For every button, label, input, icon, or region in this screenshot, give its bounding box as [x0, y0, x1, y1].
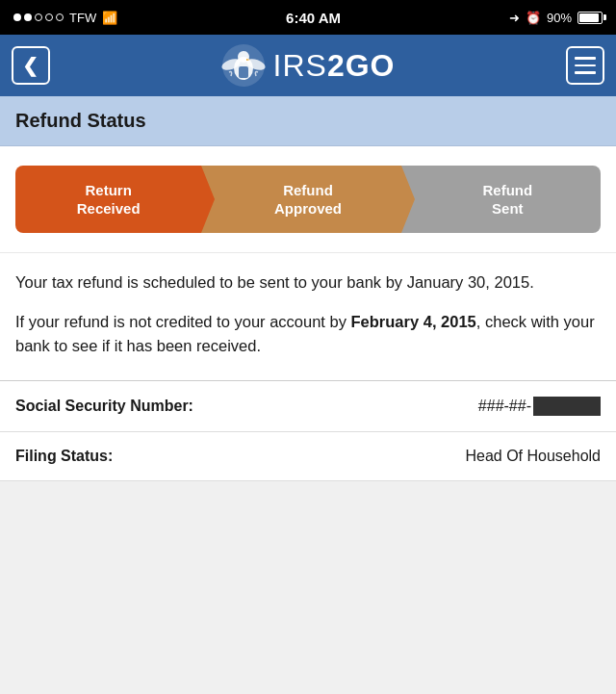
- hamburger-line-1: [575, 57, 596, 60]
- step-return-received-label: ReturnReceived: [77, 181, 141, 218]
- step-return-received: ReturnReceived: [15, 166, 201, 233]
- hamburger-line-2: [575, 64, 596, 67]
- nav-logo-area: IRS2GO: [221, 43, 396, 88]
- signal-dot-1: [13, 13, 21, 21]
- step-refund-approved: RefundApproved: [201, 166, 400, 233]
- filing-status-row: Filing Status: Head Of Household: [0, 432, 616, 481]
- signal-dot-5: [56, 13, 64, 21]
- signal-dots: [13, 13, 64, 21]
- message-1: Your tax refund is scheduled to be sent …: [15, 270, 601, 295]
- message-section: Your tax refund is scheduled to be sent …: [0, 252, 616, 373]
- carrier-label: TFW: [69, 11, 96, 25]
- step-refund-approved-label: RefundApproved: [274, 181, 342, 218]
- time-display: 6:40 AM: [286, 10, 341, 26]
- nav-bar: ❮ IRS2GO: [0, 35, 616, 96]
- filing-status-label: Filing Status:: [15, 448, 113, 465]
- step-refund-sent: RefundSent: [401, 166, 601, 233]
- ssn-partial: ###-##-: [478, 398, 531, 415]
- progress-steps: ReturnReceived RefundApproved RefundSent: [15, 166, 601, 233]
- back-button[interactable]: ❮: [12, 46, 50, 85]
- step-refund-sent-label: RefundSent: [482, 181, 532, 218]
- message-2: If your refund is not credited to your a…: [15, 310, 601, 358]
- menu-button[interactable]: [566, 46, 604, 85]
- nav-title: IRS2GO: [273, 48, 396, 84]
- hamburger-line-3: [575, 71, 596, 74]
- ssn-masked-block: [533, 397, 601, 416]
- irs-emblem-icon: [221, 43, 266, 88]
- battery-percent: 90%: [547, 11, 572, 25]
- filing-status-value: Head Of Household: [465, 448, 601, 465]
- ssn-label: Social Security Number:: [15, 398, 193, 415]
- status-right: ➜ ⏰ 90%: [509, 11, 603, 25]
- location-icon: ➜: [509, 11, 520, 25]
- message-2-pre: If your refund is not credited to your a…: [15, 313, 351, 330]
- wifi-icon: 📶: [102, 11, 117, 25]
- message-2-bold: February 4, 2015: [351, 313, 476, 330]
- ssn-value: ###-##-: [478, 397, 601, 416]
- back-chevron-icon: ❮: [22, 56, 38, 75]
- battery-fill: [579, 13, 599, 22]
- page-title: Refund Status: [15, 110, 146, 131]
- battery-icon: [578, 12, 603, 24]
- alarm-icon: ⏰: [526, 11, 541, 25]
- progress-container: ReturnReceived RefundApproved RefundSent: [0, 146, 616, 252]
- info-section: Social Security Number: ###-##- Filing S…: [0, 380, 616, 481]
- status-bar: TFW 📶 6:40 AM ➜ ⏰ 90%: [0, 0, 616, 35]
- signal-dot-2: [24, 13, 32, 21]
- signal-dot-3: [35, 13, 42, 21]
- page-header: Refund Status: [0, 96, 616, 146]
- signal-dot-4: [45, 13, 53, 21]
- nav-title-bold: 2GO: [327, 48, 396, 83]
- ssn-row: Social Security Number: ###-##-: [0, 381, 616, 432]
- nav-title-light: IRS: [273, 48, 327, 83]
- status-left: TFW 📶: [13, 11, 117, 25]
- svg-rect-6: [239, 66, 248, 78]
- svg-point-4: [238, 51, 249, 63]
- main-content: ReturnReceived RefundApproved RefundSent…: [0, 146, 616, 481]
